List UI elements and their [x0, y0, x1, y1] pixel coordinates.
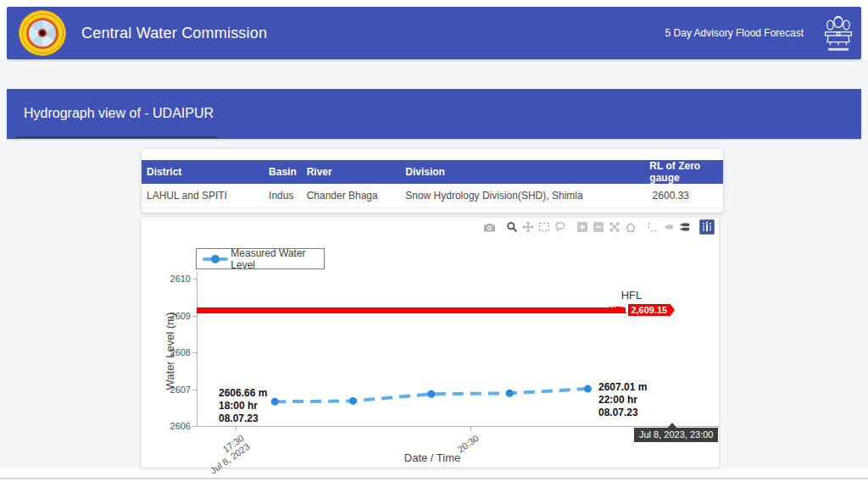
- table-row: LAHUL and SPITI Indus Chander Bhaga Snow…: [142, 184, 723, 208]
- col-division: Division: [400, 160, 644, 184]
- cell-basin: Indus: [264, 184, 302, 208]
- hydrograph-banner: Hydrograph view of - UDAIPUR: [7, 89, 861, 139]
- app-title: Central Water Commission: [81, 25, 267, 42]
- cell-rl-zero-gauge: 2600.33: [644, 184, 723, 208]
- forecast-label: 5 Day Advisory Flood Forecast: [665, 27, 804, 39]
- col-basin: Basin: [264, 160, 302, 184]
- page: Central Water Commission 5 Day Advisory …: [0, 0, 868, 487]
- cell-division: Snow Hydrology Division(SHD), Shimla: [400, 184, 644, 208]
- app-header: Central Water Commission 5 Day Advisory …: [7, 7, 861, 59]
- station-table: District Basin River Division RL of Zero…: [142, 160, 723, 208]
- station-info-card: District Basin River Division RL of Zero…: [142, 149, 723, 213]
- india-national-emblem-icon: [822, 12, 854, 54]
- hover-tooltip: Jul 8, 2023, 23:00: [634, 428, 718, 442]
- measured-water-level-series: [142, 218, 719, 468]
- hydrograph-chart: Measured Water Level 2610 2609 2608 2607…: [142, 218, 719, 468]
- banner-underline: [15, 136, 218, 138]
- start-point-annotation: 2606.66 m 18:00 hr 08.07.23: [219, 387, 267, 425]
- table-header-row: District Basin River Division RL of Zero…: [142, 160, 723, 184]
- bottom-divider: [0, 478, 868, 479]
- cwc-logo-icon: [19, 10, 66, 56]
- cell-district: LAHUL and SPITI: [142, 184, 264, 208]
- cell-river: Chander Bhaga: [302, 184, 401, 208]
- end-point-annotation: 2607.01 m 22:00 hr 08.07.23: [598, 381, 647, 419]
- col-district: District: [142, 160, 264, 184]
- col-river: River: [302, 160, 401, 184]
- col-rl-zero-gauge: RL of Zero gauge: [644, 160, 723, 184]
- page-title: Hydrograph view of - UDAIPUR: [7, 89, 861, 121]
